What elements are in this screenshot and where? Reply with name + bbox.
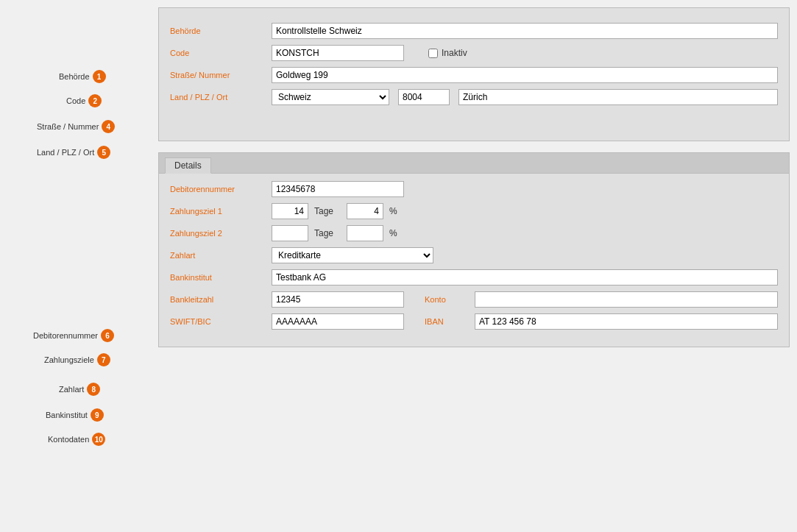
code-input[interactable] [272, 45, 404, 61]
land-select[interactable]: Schweiz Deutschland Österreich [272, 89, 389, 105]
land-row: Land / PLZ / Ort Schweiz Deutschland Öst… [170, 89, 778, 105]
annotation-2-label: Code [66, 96, 85, 105]
zahlungsziel1-percent-input[interactable] [347, 203, 383, 219]
code-row: Code Inaktiv [170, 45, 778, 61]
strasse-input[interactable] [272, 67, 778, 83]
annotation-2: Code 2 [66, 94, 102, 107]
annotation-10: Kontodaten 10 [48, 433, 105, 446]
behoerde-input[interactable] [272, 23, 778, 39]
zahlungsziel1-tage-input[interactable] [272, 203, 308, 219]
inaktiv-label: Inaktiv [442, 48, 467, 58]
annotation-4-badge: 4 [102, 120, 115, 133]
annotation-9-label: Bankinstitut [46, 411, 88, 419]
konto-label: Konto [425, 295, 469, 304]
annotation-1: Behörde 1 [59, 70, 106, 83]
iban-label: IBAN [425, 317, 469, 326]
debitorennummer-label: Debitorennummer [170, 185, 266, 194]
strasse-row: Straße/ Nummer [170, 67, 778, 83]
details-body: Debitorennummer Zahlungsziel 1 Tage % Za… [159, 174, 789, 347]
annotation-6-badge: 6 [101, 329, 114, 342]
zahlart-select[interactable]: Kreditkarte Überweisung Barzahlung [272, 247, 433, 263]
annotation-6-label: Debitorennummer [33, 331, 98, 340]
swift-iban-row: SWIFT/BIC IBAN [170, 313, 778, 330]
top-form-section: Behörde Code Inaktiv Straße/ Nummer Land… [158, 7, 790, 141]
annotation-7-badge: 7 [97, 353, 110, 366]
konto-input[interactable] [475, 291, 778, 308]
annotation-5-label: Land / PLZ / Ort [37, 148, 94, 157]
tage-label-1: Tage [314, 206, 333, 216]
zahlungsziel2-percent-input[interactable] [347, 225, 383, 241]
code-form-label: Code [170, 49, 266, 57]
zahlart-row: Zahlart Kreditkarte Überweisung Barzahlu… [170, 247, 778, 263]
details-tab-strip: Details [159, 153, 789, 174]
zahlungsziel2-label: Zahlungsziel 2 [170, 229, 266, 238]
strasse-form-label: Straße/ Nummer [170, 71, 266, 79]
annotation-8-badge: 8 [87, 383, 100, 396]
zahlungsziel1-row: Zahlungsziel 1 Tage % [170, 203, 778, 219]
details-tab[interactable]: Details [165, 157, 211, 174]
annotation-4: Straße / Nummer 4 [37, 120, 115, 133]
tage-label-2: Tage [314, 228, 333, 238]
behoerde-row: Behörde [170, 23, 778, 39]
annotation-10-label: Kontodaten [48, 435, 89, 444]
bankinstitut-input[interactable] [272, 269, 778, 285]
swift-label: SWIFT/BIC [170, 317, 266, 326]
percent-label-2: % [389, 228, 397, 238]
bankinstitut-row: Bankinstitut [170, 269, 778, 285]
annotation-7-label: Zahlungsziele [44, 355, 94, 364]
annotation-1-label: Behörde [59, 72, 90, 81]
inaktiv-checkbox-row: Inaktiv [428, 48, 467, 58]
zahlungsziel1-label: Zahlungsziel 1 [170, 207, 266, 216]
zahlungsziel2-row: Zahlungsziel 2 Tage % [170, 225, 778, 241]
annotation-7: Zahlungsziele 7 [44, 353, 110, 366]
debitorennummer-row: Debitorennummer [170, 181, 778, 197]
page-wrapper: Behörde 1 Code 2 Straße / Nummer 4 Land … [0, 0, 797, 532]
plz-input[interactable] [398, 89, 450, 105]
content-area: Behörde Code Inaktiv Straße/ Nummer Land… [158, 7, 790, 347]
annotation-2-badge: 2 [88, 94, 102, 107]
annotation-5-badge: 5 [97, 146, 110, 159]
behoerde-form-label: Behörde [170, 26, 266, 35]
bankleitzahl-input[interactable] [272, 291, 404, 308]
annotation-6: Debitorennummer 6 [33, 329, 114, 342]
land-form-label: Land / PLZ / Ort [170, 93, 266, 102]
annotation-1-badge: 1 [93, 70, 106, 83]
annotation-8-label: Zahlart [59, 385, 84, 394]
details-section: Details Debitorennummer Zahlungsziel 1 T… [158, 152, 790, 347]
annotation-5: Land / PLZ / Ort 5 [37, 146, 110, 159]
annotation-4-label: Straße / Nummer [37, 122, 99, 131]
debitorennummer-input[interactable] [272, 181, 404, 197]
iban-input[interactable] [475, 313, 778, 330]
annotation-8: Zahlart 8 [59, 383, 100, 396]
annotation-9-badge: 9 [91, 408, 104, 422]
bankinstitut-label: Bankinstitut [170, 273, 266, 282]
ort-input[interactable] [458, 89, 778, 105]
zahlart-label: Zahlart [170, 251, 266, 260]
bankleitzahl-label: Bankleitzahl [170, 295, 266, 304]
bankleitzahl-konto-row: Bankleitzahl Konto [170, 291, 778, 308]
annotation-10-badge: 10 [92, 433, 105, 446]
percent-label-1: % [389, 206, 397, 216]
zahlungsziel2-tage-input[interactable] [272, 225, 308, 241]
inaktiv-checkbox[interactable] [428, 49, 438, 58]
annotation-9: Bankinstitut 9 [46, 408, 104, 422]
swift-input[interactable] [272, 313, 404, 330]
